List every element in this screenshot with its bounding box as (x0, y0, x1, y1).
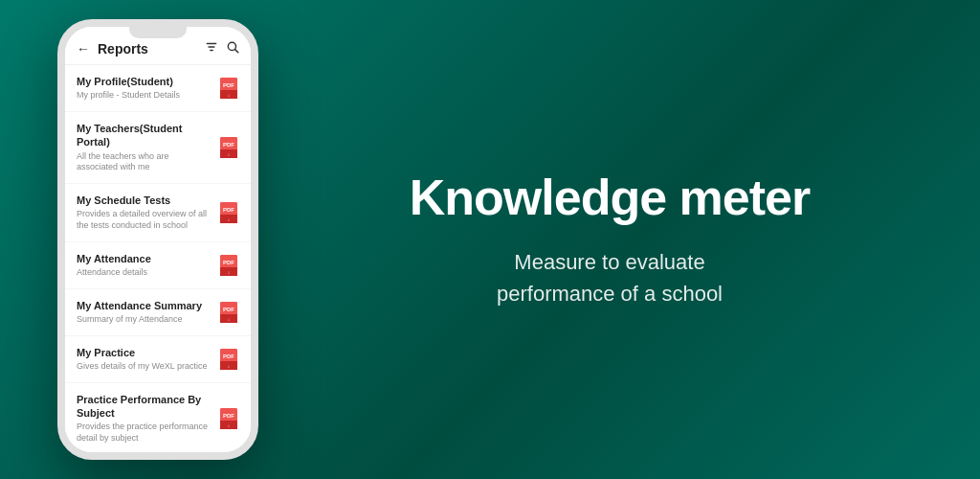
report-item-title: My Schedule Tests (77, 194, 211, 207)
report-item-title: My Teachers(Student Portal) (77, 122, 211, 149)
report-item-title: My Profile(Student) (77, 75, 211, 88)
report-item-desc: All the teachers who are associated with… (77, 151, 211, 173)
pdf-icon[interactable]: PDF ↓ (218, 76, 239, 101)
report-item-title: My Attendance Summary (77, 299, 211, 312)
report-item-text: My Attendance Attendance details (77, 252, 211, 279)
pdf-icon[interactable]: PDF ↓ (218, 200, 239, 225)
report-item-my-attendance-summary[interactable]: My Attendance Summary Summary of my Atte… (65, 289, 251, 336)
subheading-line2: performance of a school (497, 282, 723, 306)
report-item-title: My Attendance (77, 252, 211, 265)
svg-text:↓: ↓ (228, 422, 231, 428)
report-item-my-schedule-tests[interactable]: My Schedule Tests Provides a detailed ov… (65, 184, 251, 242)
svg-line-4 (235, 50, 238, 53)
svg-text:↓: ↓ (228, 217, 231, 222)
svg-text:↓: ↓ (228, 363, 231, 369)
svg-text:PDF: PDF (223, 207, 234, 213)
back-button[interactable]: ← (77, 41, 90, 57)
svg-text:PDF: PDF (223, 413, 234, 419)
pdf-icon[interactable]: PDF ↓ (218, 135, 239, 160)
report-item-my-teachers[interactable]: My Teachers(Student Portal) All the teac… (65, 112, 251, 184)
svg-text:PDF: PDF (223, 82, 234, 88)
svg-text:PDF: PDF (223, 260, 234, 265)
header-icons (205, 40, 239, 57)
report-list: My Profile(Student) My profile - Student… (65, 65, 251, 452)
report-item-text: Practice Performance By Subject Provides… (77, 393, 211, 445)
svg-text:↓: ↓ (228, 269, 231, 275)
report-item-text: My Attendance Summary Summary of my Atte… (77, 299, 211, 326)
report-item-my-profile[interactable]: My Profile(Student) My profile - Student… (65, 65, 251, 112)
header-left: ← Reports (77, 41, 148, 57)
header-title: Reports (98, 41, 148, 57)
report-item-desc: Summary of my Attendance (77, 314, 211, 326)
svg-text:PDF: PDF (223, 142, 234, 148)
svg-text:PDF: PDF (223, 307, 234, 312)
report-item-my-attendance[interactable]: My Attendance Attendance details PDF ↓ (65, 242, 251, 289)
pdf-icon[interactable]: PDF ↓ (218, 406, 239, 431)
report-item-text: My Profile(Student) My profile - Student… (77, 75, 211, 102)
report-item-title: Practice Performance By Subject (77, 393, 211, 421)
pdf-icon[interactable]: PDF ↓ (218, 300, 239, 325)
report-item-desc: Provides a detailed overview of all the … (77, 209, 211, 231)
report-item-text: My Teachers(Student Portal) All the teac… (77, 122, 211, 173)
svg-text:PDF: PDF (223, 354, 234, 359)
report-item-desc: My profile - Student Details (77, 90, 211, 102)
sub-heading: Measure to evaluate performance of a sch… (497, 246, 723, 309)
pdf-icon[interactable]: PDF ↓ (218, 347, 239, 372)
report-item-desc: Gives details of my WeXL practice (77, 361, 211, 373)
report-item-practice-performance[interactable]: Practice Performance By Subject Provides… (65, 383, 251, 452)
phone-mockup: ← Reports My Profile(Student) (57, 19, 258, 460)
filter-icon[interactable] (205, 40, 218, 57)
report-item-title: My Practice (77, 346, 211, 359)
report-item-my-practice[interactable]: My Practice Gives details of my WeXL pra… (65, 336, 251, 383)
phone-notch (129, 27, 187, 38)
report-item-desc: Attendance details (77, 267, 211, 279)
svg-text:↓: ↓ (228, 151, 231, 157)
svg-text:↓: ↓ (228, 92, 231, 98)
pdf-icon[interactable]: PDF ↓ (218, 253, 239, 278)
report-item-text: My Schedule Tests Provides a detailed ov… (77, 194, 211, 232)
report-item-text: My Practice Gives details of my WeXL pra… (77, 346, 211, 373)
search-icon[interactable] (226, 40, 239, 57)
report-item-desc: Provides the practice performance detail… (77, 422, 211, 444)
right-content: Knowledge meter Measure to evaluate perf… (258, 170, 923, 309)
main-heading: Knowledge meter (410, 170, 810, 227)
svg-text:↓: ↓ (228, 316, 231, 322)
subheading-line1: Measure to evaluate (514, 250, 704, 274)
